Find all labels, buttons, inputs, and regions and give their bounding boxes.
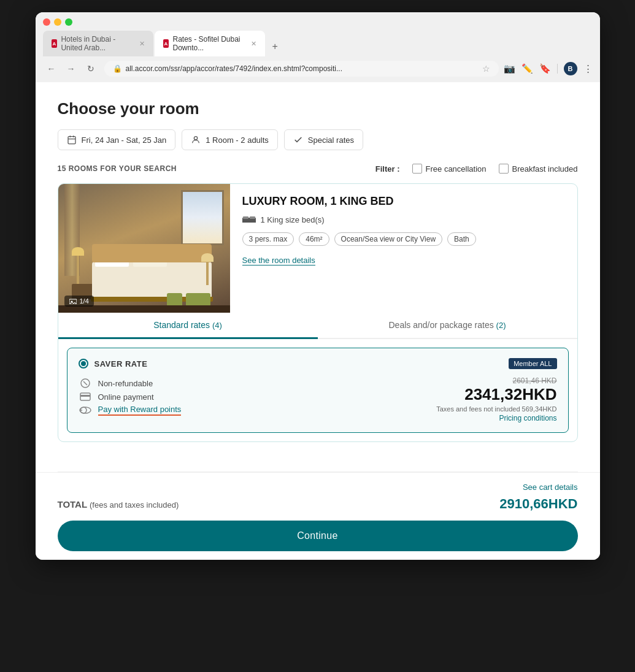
- close-button[interactable]: [43, 18, 50, 26]
- traffic-lights: [43, 18, 72, 26]
- room-info: LUXURY ROOM, 1 King Bed 1 King size: [230, 184, 577, 313]
- pen-icon[interactable]: ✏️: [521, 63, 533, 74]
- non-refundable-label: Non-refundable: [98, 379, 153, 388]
- tab-1-close[interactable]: ✕: [139, 40, 145, 48]
- current-price: 2341,32HKD: [436, 385, 556, 404]
- non-refundable-icon: [79, 376, 92, 390]
- continue-button[interactable]: Continue: [58, 521, 578, 551]
- back-button[interactable]: ←: [43, 60, 60, 77]
- room-image-wrap: 1/4: [58, 184, 230, 313]
- rate-row: Non-refundable Online payment: [79, 376, 557, 422]
- filter-label: Filter :: [375, 164, 400, 174]
- camera-icon[interactable]: 📷: [504, 63, 515, 74]
- price-taxes: Taxes and fees not included 569,34HKD: [436, 405, 556, 413]
- refresh-button[interactable]: ↻: [82, 60, 99, 77]
- reward-points-link[interactable]: Pay with Reward points: [98, 405, 182, 416]
- special-rates-pill[interactable]: Special rates: [284, 129, 363, 150]
- address-text: all.accor.com/ssr/app/accor/rates/7492/i…: [126, 64, 479, 73]
- address-bar[interactable]: 🔒 all.accor.com/ssr/app/accor/rates/7492…: [104, 61, 499, 77]
- free-cancellation-checkbox[interactable]: [412, 164, 422, 174]
- room-name: LUXURY ROOM, 1 King Bed: [242, 195, 565, 208]
- divider: [557, 64, 558, 74]
- package-rates-tab[interactable]: Deals and/or package rates (2): [318, 313, 577, 339]
- free-cancellation-label: Free cancellation: [426, 164, 487, 174]
- accor-favicon-2: A: [163, 39, 169, 48]
- breakfast-included-filter[interactable]: Breakfast included: [499, 164, 578, 174]
- more-menu-icon[interactable]: ⋮: [583, 63, 593, 74]
- image-counter-value: 1/4: [80, 297, 89, 305]
- rate-box: SAVER RATE Member ALL Non-refun: [67, 348, 569, 433]
- check-icon: [293, 135, 303, 145]
- svg-rect-8: [243, 216, 248, 219]
- rate-header: SAVER RATE Member ALL: [79, 358, 557, 369]
- cart-link-row: See cart details: [58, 481, 578, 492]
- guests-pill[interactable]: 1 Room - 2 adults: [182, 129, 278, 150]
- browser-tab-1[interactable]: A Hotels in Dubai - United Arab... ✕: [43, 31, 153, 56]
- browser-tab-2[interactable]: A Rates - Sofitel Dubai Downto... ✕: [155, 31, 265, 56]
- date-value: Fri, 24 Jan - Sat, 25 Jan: [82, 136, 167, 145]
- online-payment-feature: Online payment: [79, 390, 425, 403]
- svg-rect-15: [80, 395, 90, 397]
- svg-point-4: [194, 137, 198, 140]
- room-tags: 3 pers. max 46m² Ocean/Sea view or City …: [242, 232, 565, 246]
- tab-1-label: Hotels in Dubai - United Arab...: [61, 35, 133, 52]
- rate-name: SAVER RATE: [94, 359, 148, 368]
- room-card: 1/4 LUXURY ROOM, 1 King Bed: [58, 183, 578, 442]
- reward-points-feature: Pay with Reward points: [79, 403, 425, 417]
- free-cancellation-filter[interactable]: Free cancellation: [412, 164, 487, 174]
- tag-view: Ocean/Sea view or City View: [334, 232, 443, 246]
- toolbar-icons: 📷 ✏️ 🔖 B ⋮: [504, 62, 593, 75]
- rate-tabs: Standard rates (4) Deals and/or package …: [58, 313, 577, 339]
- rate-radio-selected: [81, 361, 86, 366]
- bookmark-icon[interactable]: 🔖: [539, 63, 551, 74]
- tab-2-label: Rates - Sofitel Dubai Downto...: [172, 35, 244, 52]
- calendar-icon: [67, 135, 77, 145]
- card-icon: [79, 390, 92, 403]
- rate-price-section: 2601,46 HKD 2341,32HKD Taxes and fees no…: [436, 376, 556, 422]
- room-details-link[interactable]: See the room details: [242, 256, 315, 265]
- standard-rates-count: (4): [212, 321, 222, 330]
- special-rates-value: Special rates: [308, 136, 354, 145]
- nav-buttons: ← → ↻: [43, 60, 99, 77]
- breakfast-included-label: Breakfast included: [512, 164, 578, 174]
- tag-size: 46m²: [299, 232, 329, 246]
- see-cart-details-link[interactable]: See cart details: [523, 483, 578, 492]
- tag-bath: Bath: [447, 232, 476, 246]
- minimize-button[interactable]: [54, 18, 61, 26]
- total-text: TOTAL: [58, 499, 87, 510]
- browser-tabs: A Hotels in Dubai - United Arab... ✕ A R…: [43, 31, 593, 56]
- page-content: Choose your room Fri, 24 Jan - Sat, 25 J…: [36, 82, 600, 472]
- rate-features-list: Non-refundable Online payment: [79, 376, 425, 417]
- tab-2-close[interactable]: ✕: [251, 40, 256, 48]
- security-icon: 🔒: [113, 64, 122, 73]
- guests-value: 1 Room - 2 adults: [206, 136, 269, 145]
- new-tab-button[interactable]: +: [266, 37, 284, 56]
- image-counter: 1/4: [64, 296, 94, 307]
- svg-rect-10: [242, 221, 244, 223]
- total-suffix: (fees and taxes included): [90, 500, 179, 510]
- svg-rect-0: [68, 137, 75, 144]
- search-bar: Fri, 24 Jan - Sat, 25 Jan 1 Room - 2 adu…: [58, 129, 578, 150]
- svg-rect-11: [254, 221, 256, 223]
- user-avatar[interactable]: B: [564, 62, 577, 75]
- room-card-top: 1/4 LUXURY ROOM, 1 King Bed: [58, 184, 577, 313]
- date-pill[interactable]: Fri, 24 Jan - Sat, 25 Jan: [58, 129, 176, 150]
- member-badge: Member ALL: [509, 358, 556, 369]
- forward-button[interactable]: →: [63, 60, 80, 77]
- original-price: 2601,46 HKD: [436, 376, 556, 385]
- package-rates-count: (2): [496, 321, 506, 330]
- accor-favicon-1: A: [52, 39, 58, 48]
- package-rates-label: Deals and/or package rates: [389, 320, 494, 330]
- filter-row: 15 ROOMS FOR YOUR SEARCH Filter : Free c…: [58, 164, 578, 174]
- maximize-button[interactable]: [65, 18, 72, 26]
- rate-radio[interactable]: [79, 359, 88, 368]
- page-title: Choose your room: [58, 99, 578, 118]
- filter-options: Filter : Free cancellation Breakfast inc…: [375, 164, 578, 174]
- standard-rates-tab[interactable]: Standard rates (4): [58, 313, 318, 339]
- pricing-conditions-link[interactable]: Pricing conditions: [436, 414, 556, 422]
- bookmark-star-icon[interactable]: ☆: [482, 64, 490, 74]
- svg-rect-9: [250, 216, 255, 219]
- total-label: TOTAL (fees and taxes included): [58, 499, 179, 510]
- breakfast-included-checkbox[interactable]: [499, 164, 509, 174]
- standard-rates-label: Standard rates: [153, 320, 210, 330]
